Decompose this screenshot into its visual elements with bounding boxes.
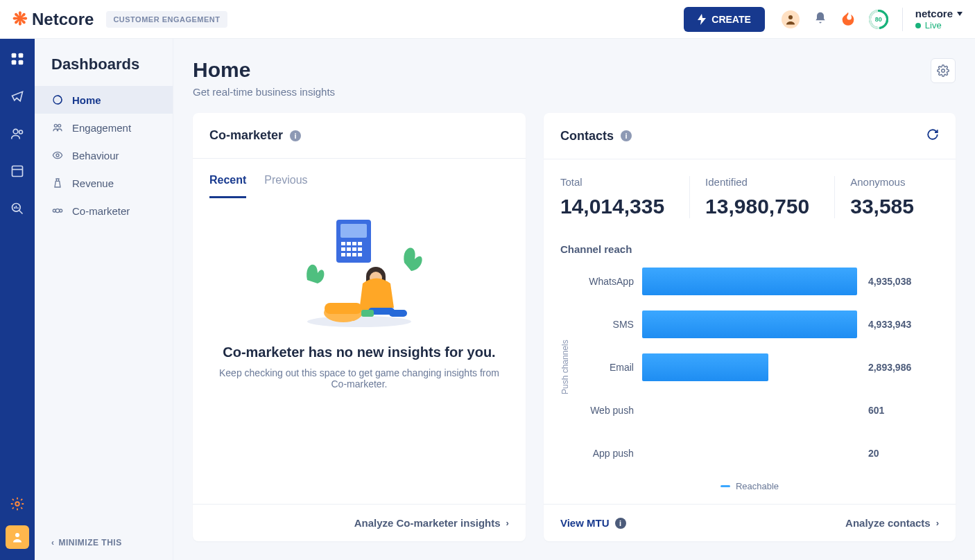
empty-state: Co-marketer has no new insights for you.… [209,211,509,403]
svg-line-10 [19,211,23,214]
info-icon: i [615,518,626,529]
bar-value-label: 601 [868,405,884,416]
svg-point-14 [15,502,19,506]
svg-point-21 [53,209,55,212]
info-icon[interactable]: i [290,130,301,141]
stat-identified-value: 13,980,750 [705,195,809,218]
product-badge: CUSTOMER ENGAGEMENT [106,11,227,28]
page-settings-button[interactable] [931,58,956,83]
page-header: Home Get real-time business insights [193,58,956,98]
rail-audience-icon[interactable] [10,126,25,141]
create-button[interactable]: CREATE [684,7,765,32]
bar-track [642,439,857,467]
caret-down-icon [957,12,963,16]
account-name-label: netcore [915,8,953,20]
contacts-card: Contacts i Total 14,014,335 [544,113,956,541]
svg-rect-26 [341,242,345,245]
progress-ring[interactable]: 80 [869,10,888,29]
svg-rect-35 [347,253,351,256]
channel-reach-label: Channel reach [560,243,939,255]
svg-rect-4 [19,60,24,65]
bar-track [642,310,857,338]
sidebar-item-home[interactable]: Home [35,86,173,114]
illustration [286,214,432,332]
stat-identified-label: Identified [705,176,809,188]
sidebar-item-co-marketer[interactable]: Co-marketer [35,197,173,225]
svg-rect-25 [340,224,367,238]
divider [902,8,903,31]
svg-rect-34 [341,253,345,256]
notifications-icon[interactable] [813,11,827,28]
bar-category-label: App push [576,448,634,459]
analyze-contacts-link[interactable]: Analyze contacts › [845,517,939,529]
svg-rect-37 [358,253,362,256]
view-mtu-link[interactable]: View MTU i [560,517,626,529]
sidebar-item-behaviour[interactable]: Behaviour [35,141,173,169]
sidebar-item-revenue[interactable]: Revenue [35,169,173,197]
svg-rect-30 [341,247,345,251]
legend-swatch [721,485,730,487]
main-content: Home Get real-time business insights Co-… [173,39,975,560]
svg-rect-1 [12,53,17,58]
svg-point-19 [56,154,59,157]
legend-label: Reachable [736,481,779,491]
minimize-sidebar-button[interactable]: ‹ MINIMIZE THIS [35,525,173,560]
sidebar: Dashboards Home Engagement Behaviour Rev… [35,39,173,560]
progress-ring-value: 80 [875,16,882,23]
contacts-stats: Total 14,014,335 Identified 13,980,750 A… [560,172,939,225]
brand-name: Netcore [32,10,94,29]
bar-category-label: Email [576,362,634,373]
brand-logo-area: ❋ Netcore [12,8,94,30]
svg-rect-44 [361,310,374,317]
engagement-icon [51,121,64,134]
svg-point-5 [13,129,18,134]
svg-rect-27 [347,242,351,245]
svg-point-6 [19,130,23,134]
refresh-icon [926,128,939,141]
bar-value-label: 4,933,943 [868,319,911,330]
page-subtitle: Get real-time business insights [193,86,335,98]
analyze-comarketer-link[interactable]: Analyze Co-marketer insights › [354,517,509,529]
stat-anonymous-value: 33,585 [850,195,914,218]
page-title: Home [193,58,335,82]
profile-icon[interactable] [782,10,800,28]
bar-category-label: SMS [576,319,634,330]
refresh-button[interactable] [926,128,939,143]
info-icon[interactable]: i [621,130,632,141]
bar-category-label: Web push [576,405,634,416]
link-label: View MTU [560,517,610,529]
bar-category-label: WhatsApp [576,276,634,287]
channel-reach-chart: Push channels WhatsApp4,935,038SMS4,933,… [560,268,939,467]
bar-row: Email2,893,986 [576,353,939,381]
stat-anonymous-label: Anonymous [850,176,914,188]
rail-analytics-icon[interactable] [10,201,25,216]
bar-row: WhatsApp4,935,038 [576,268,939,295]
gear-icon [937,64,949,77]
sidebar-item-engagement[interactable]: Engagement [35,114,173,141]
revenue-icon [51,177,64,189]
svg-rect-32 [352,247,356,251]
rail-dashboards-icon[interactable] [10,51,25,67]
rail-campaigns-icon[interactable] [10,89,25,104]
svg-rect-31 [347,247,351,251]
tab-previous[interactable]: Previous [264,174,307,198]
chevron-right-icon: › [506,518,509,528]
bar-row: App push20 [576,439,939,467]
insight-tabs: Recent Previous [209,174,509,199]
flame-icon[interactable] [841,10,855,28]
empty-state-text: Keep checking out this space to get game… [216,367,502,390]
svg-rect-41 [389,310,407,317]
svg-rect-7 [12,166,23,177]
rail-settings-icon[interactable] [10,496,25,511]
tab-recent[interactable]: Recent [209,174,246,198]
rail-content-icon[interactable] [10,164,25,179]
rail-user-avatar[interactable] [6,525,29,549]
account-status-label: Live [925,20,942,31]
behaviour-icon [51,149,64,161]
chart-legend: Reachable [560,481,939,491]
topbar: ❋ Netcore CUSTOMER ENGAGEMENT CREATE 80 … [0,0,975,39]
co-marketer-card: Co-marketer i Recent Previous [193,113,526,541]
sidebar-item-label: Revenue [72,177,114,189]
comarketer-icon [51,204,64,217]
account-switcher[interactable]: netcore Live [915,8,963,31]
